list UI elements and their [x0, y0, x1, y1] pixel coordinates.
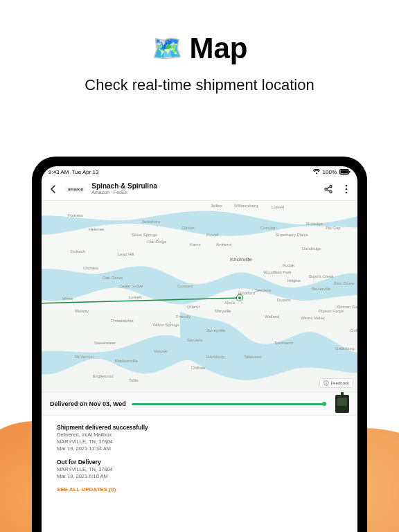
map-city-label: Dulwich	[71, 249, 85, 254]
map-city-label: Jellico	[211, 204, 222, 208]
map-city-label: Williamsburg	[234, 204, 258, 208]
map-city-label: Lead Hill	[118, 252, 134, 256]
update-detail: MARYVILLE, TN, 37804	[57, 466, 342, 472]
svg-point-3	[330, 185, 332, 187]
battery-icon	[339, 169, 351, 175]
route-endpoint-icon	[237, 295, 242, 301]
map-city-label: Luttrell	[272, 205, 284, 209]
progress-bar	[132, 403, 324, 405]
map-city-label: Amherst	[216, 242, 231, 247]
map-city-label: White	[62, 296, 73, 301]
shipment-subtitle: Amazon · FedEx	[91, 190, 157, 195]
map-feedback-button[interactable]: Feedback	[319, 378, 353, 388]
map-city-label: Tallico Springs	[152, 323, 179, 327]
svg-point-4	[325, 188, 327, 190]
map-city-label: Woodfield Park	[263, 270, 292, 274]
map-city-label: Dollywood	[351, 328, 357, 332]
map-city-label: Seymour	[255, 288, 272, 292]
map-city-label: Madisonville	[115, 359, 138, 363]
map-city-label: Luttrell	[129, 295, 141, 299]
map-city-label: Orchard	[83, 266, 98, 270]
share-button[interactable]	[323, 184, 334, 195]
map-city-label: Vonore	[154, 349, 167, 353]
map-city-label: Harisburg	[206, 355, 224, 359]
map-city-label: Boyd's Creek	[309, 274, 334, 278]
svg-rect-11	[326, 382, 326, 384]
map-city-label: Clinton	[181, 226, 195, 230]
delivery-status-row: Delivered on Nov 03, Wed	[42, 392, 357, 416]
map-city-label: Chilhee	[191, 366, 205, 370]
map-city-label: Knoxville	[230, 256, 252, 263]
map-city-label: Helenee	[89, 227, 104, 231]
see-all-updates-button[interactable]: SEE ALL UPDATES (8)	[57, 486, 342, 493]
updates-list: Shipment delivered successfully Delivere…	[42, 416, 357, 493]
update-detail: Mar 19, 2021 11:34 AM	[57, 445, 342, 452]
back-button[interactable]	[47, 183, 60, 195]
svg-rect-1	[341, 170, 348, 174]
map-city-label: Pigeon Forge	[319, 309, 344, 313]
map-city-label: Pitt Gap	[326, 226, 341, 230]
statusbar-left: 9:43 AM Tue Apr 13	[48, 169, 99, 175]
map-city-label: Rutledge	[306, 222, 323, 226]
app-header: amazon Spinach & Spirulina Amazon · FedE…	[42, 177, 357, 201]
map-city-label: Tollie	[129, 378, 139, 382]
map-city-label: Friendly	[176, 314, 190, 319]
delivery-status-title: Delivered on Nov 03, Wed	[50, 400, 126, 407]
map-city-label: Sweetwater	[94, 341, 116, 345]
map-city-label: Rockford	[238, 291, 255, 295]
map-city-label: Oak Grove	[103, 276, 123, 280]
map-view[interactable]: JellicoWilliamsburgLuttrellFortressJacks…	[42, 201, 357, 392]
update-heading: Out for Delivery	[57, 459, 342, 466]
hero-title: 🗺️ Map	[0, 0, 399, 65]
update-detail: Mar 19, 2021 6:10 AM	[57, 473, 342, 479]
map-city-label: Englewood	[93, 374, 114, 378]
map-feedback-label: Feedback	[331, 381, 349, 385]
map-city-label: Walland	[265, 314, 279, 319]
statusbar-battery: 100%	[323, 169, 337, 175]
update-detail: MARYVILLE, TN, 37804	[57, 438, 342, 445]
update-item: Out for Delivery MARYVILLE, TN, 37804 Ma…	[57, 459, 342, 479]
map-city-label: Dupont	[277, 298, 290, 302]
map-city-label: Corryton	[260, 226, 276, 230]
tablet-frame: 9:43 AM Tue Apr 13 100% amazon Spinach &…	[32, 157, 367, 532]
map-city-label: Powell	[206, 233, 219, 237]
svg-point-7	[346, 188, 348, 190]
map-city-label: Sunnyville	[206, 328, 225, 332]
svg-point-5	[330, 190, 332, 193]
map-city-label: Wears Valley	[301, 316, 325, 320]
map-city-label: Dandridge	[302, 247, 321, 251]
map-emoji-icon: 🗺️	[152, 34, 183, 63]
svg-point-6	[346, 184, 348, 186]
statusbar: 9:43 AM Tue Apr 13 100%	[42, 166, 357, 177]
more-button[interactable]	[341, 184, 352, 195]
map-city-label: Sandela	[187, 338, 202, 342]
statusbar-date: Tue Apr 13	[72, 169, 99, 175]
map-city-label: Orland	[187, 305, 200, 309]
map-city-label: Karns	[190, 242, 201, 247]
product-thumbnail[interactable]	[335, 395, 349, 413]
tablet-screen: 9:43 AM Tue Apr 13 100% amazon Spinach &…	[42, 166, 357, 532]
map-city-label: Concord	[177, 284, 193, 288]
hero-title-text: Map	[190, 32, 248, 65]
wifi-icon	[313, 169, 320, 175]
map-city-label: Gatlinburg	[335, 346, 355, 351]
map-city-label: Townsend	[274, 341, 293, 345]
map-city-label: Silver Springs	[132, 233, 157, 237]
map-city-label: Zion Grove	[334, 281, 355, 285]
info-icon	[323, 380, 329, 386]
map-city-label: Midway	[75, 309, 89, 313]
svg-point-8	[346, 191, 348, 193]
map-city-label: Strawberry Plains	[276, 233, 308, 237]
map-city-label: Alcoa	[224, 301, 235, 305]
map-city-label: Oak Ridge	[147, 240, 166, 244]
map-city-label: Fortress	[68, 213, 83, 218]
update-heading: Shipment delivered successfully	[57, 424, 342, 431]
shipment-title: Spinach & Spirulina	[91, 183, 157, 190]
statusbar-right: 100%	[313, 169, 351, 175]
statusbar-time: 9:43 AM	[48, 169, 69, 175]
update-item: Shipment delivered successfully Delivere…	[57, 424, 342, 452]
map-city-label: Philadelphia	[111, 319, 134, 323]
update-detail: Delivered, In/At Mailbox	[57, 432, 342, 438]
map-city-label: Tallassee	[244, 355, 261, 359]
map-city-label: Cedar Grove	[119, 284, 143, 288]
